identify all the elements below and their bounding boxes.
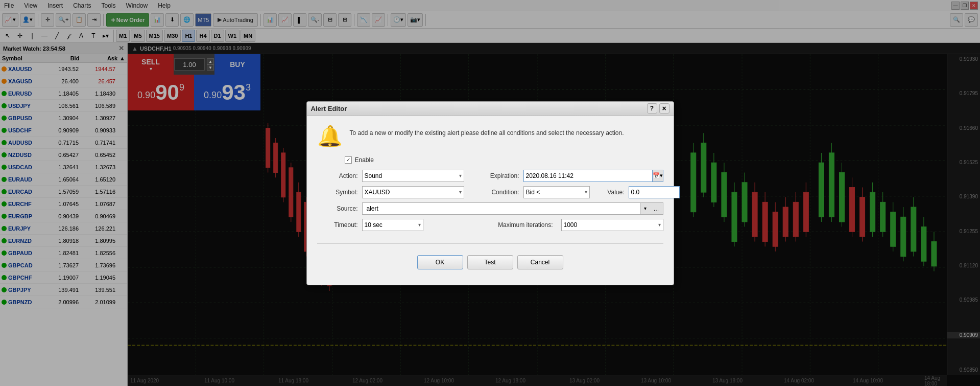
dialog-footer: OK Test Cancel: [307, 250, 674, 278]
timeout-select[interactable]: 10 sec ▾: [362, 219, 423, 231]
max-iterations-value: 1000: [564, 221, 658, 229]
expiration-calendar-button[interactable]: 📅▾: [652, 170, 663, 182]
action-value: Sound: [365, 172, 459, 179]
max-iterations-select[interactable]: 1000 ▾: [561, 219, 663, 231]
expiration-input[interactable]: [523, 170, 652, 182]
timeout-dropdown-icon: ▾: [418, 222, 421, 228]
modal-overlay: Alert Editor ? × 🔔 To add a new or modif…: [0, 0, 980, 386]
source-wrapper: ▾ …: [362, 202, 663, 215]
dialog-intro: 🔔 To add a new or modify the existing al…: [317, 124, 663, 148]
dialog-divider: [317, 243, 663, 244]
source-dropdown-button[interactable]: ▾: [640, 202, 651, 215]
value-label: Value:: [594, 189, 625, 196]
source-input[interactable]: [362, 202, 640, 215]
action-dropdown-icon: ▾: [459, 173, 462, 178]
max-iterations-dropdown-icon: ▾: [658, 222, 661, 228]
symbol-select[interactable]: XAUUSD ▾: [362, 186, 464, 198]
dialog-body: 🔔 To add a new or modify the existing al…: [307, 116, 674, 243]
action-select[interactable]: Sound ▾: [362, 170, 464, 182]
source-label: Source:: [322, 205, 358, 212]
condition-select[interactable]: Bid < ▾: [523, 186, 590, 198]
source-browse-button[interactable]: …: [650, 202, 663, 215]
symbol-value: XAUUSD: [365, 189, 459, 196]
bell-icon: 🔔: [317, 124, 343, 148]
timeout-label: Timeout:: [322, 221, 358, 229]
dialog-title: Alert Editor: [311, 105, 647, 112]
dialog-titlebar: Alert Editor ? ×: [307, 102, 674, 116]
expiration-row: 📅▾: [523, 170, 663, 182]
condition-label: Condition:: [468, 189, 519, 196]
dialog-help-button[interactable]: ?: [647, 103, 657, 113]
cancel-button[interactable]: Cancel: [517, 255, 563, 269]
intro-text: To add a new or modify the existing aler…: [350, 124, 624, 138]
ok-button[interactable]: OK: [417, 255, 463, 269]
timeout-value: 10 sec: [365, 221, 418, 229]
condition-dropdown-icon: ▾: [585, 189, 587, 195]
condition-value: Bid <: [526, 189, 585, 196]
action-label: Action:: [322, 172, 358, 179]
enable-row: ✓ Enable: [345, 156, 663, 164]
max-iterations-label: Maximum iterations:: [427, 221, 557, 229]
enable-checkbox[interactable]: ✓: [345, 156, 352, 164]
test-button[interactable]: Test: [467, 255, 513, 269]
expiration-label: Expiration:: [468, 172, 519, 179]
value-input[interactable]: [629, 186, 680, 198]
symbol-dropdown-icon: ▾: [459, 189, 462, 195]
enable-label: Enable: [355, 156, 374, 164]
symbol-label: Symbol:: [322, 189, 358, 196]
dialog-close-button[interactable]: ×: [659, 103, 670, 113]
checkmark-icon: ✓: [346, 157, 350, 163]
alert-editor-dialog: Alert Editor ? × 🔔 To add a new or modif…: [306, 101, 674, 285]
